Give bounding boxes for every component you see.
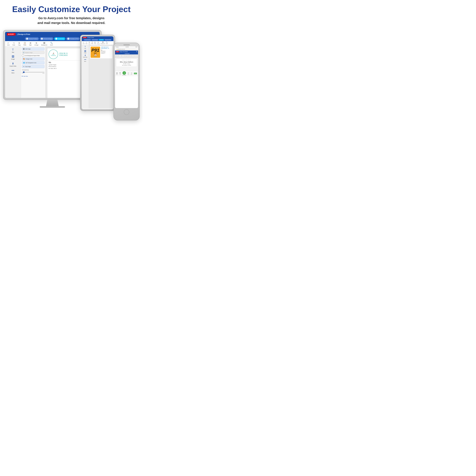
more-dots-icon: •••	[12, 69, 14, 72]
crop-image-btn[interactable]: ✂ Crop Image	[22, 65, 44, 68]
tablet-undo[interactable]: ↩ Undo	[83, 42, 85, 44]
toolbar-background[interactable]: 🖼 Background	[41, 42, 47, 46]
phone-tool-fit[interactable]: Fit	[116, 55, 118, 57]
phone-addr1: 901 Miller Crossing	[117, 63, 136, 64]
lock-bg-checkbox[interactable]	[22, 55, 24, 57]
tablet-side-text[interactable]: T Text	[85, 46, 86, 49]
phone-url-bar[interactable]: 🔒 app.print.avery.com	[116, 48, 137, 50]
toolbar-align[interactable]: ⊞ Align	[29, 42, 32, 46]
tablet-side-more[interactable]: ••• More	[84, 59, 86, 62]
phone-tool-paste[interactable]: 📋	[128, 55, 131, 57]
phone-tool-full[interactable]: ⛶	[132, 55, 134, 57]
slider-min-label: 0%	[22, 73, 23, 74]
step-customize[interactable]: 3 Customize	[54, 37, 65, 40]
tablet-redo[interactable]: ↪ Redo	[85, 42, 87, 44]
change-color-btn[interactable]: 🎨 Change Color	[22, 57, 44, 60]
lock-icon: 🔒	[117, 49, 118, 50]
label-address1: 2314 W. G	[59, 52, 68, 54]
tablet-label-image: P91 EST 🏠	[91, 47, 100, 58]
phone-status-bar: Verizon 5:01 PM 54%	[115, 46, 138, 48]
phone-menu-icon[interactable]: ☰	[136, 51, 137, 52]
sheet-icon: ⊞	[116, 72, 118, 74]
step-preview-print[interactable]: 4 Preview & Print	[66, 37, 80, 40]
step-choose-product[interactable]: 1 Choose Product	[25, 37, 39, 40]
add-objects-icon[interactable]: +	[122, 71, 126, 75]
phone-canvas: KINDLY DELIVER TO Miss Anna Eddlsen 901 …	[115, 58, 138, 70]
image-icon: 🖼	[12, 55, 14, 58]
phone-kindly-label: KINDLY DELIVER TO	[117, 60, 136, 60]
tablet-content: T Text 🖼 Image ⬇ Import Data •••	[82, 45, 113, 108]
avery-logo: AVERY	[7, 33, 16, 35]
toolbar-arrange[interactable]: ⧉ Arrange	[34, 42, 38, 46]
tablet-zoom[interactable]: 🔍 Zoom	[106, 42, 108, 44]
phone-tool-undo[interactable]: ↩	[119, 55, 121, 57]
toolbar-paste[interactable]: 📋 Paste	[23, 42, 26, 46]
tablet-addr-line2: SAN RAFAEL, CA	[101, 48, 109, 49]
tablet-step-3[interactable]: Customize	[99, 39, 104, 40]
tablet-avery-logo: AVERY	[83, 37, 87, 38]
phone-avery-logo: AVERY	[116, 51, 119, 52]
phone-bottom-bar: ⊞ Sheet 👁 View + Add Objects ↩ Undo	[115, 70, 138, 76]
play-icon: ▶	[22, 76, 23, 77]
tablet-step-1[interactable]: Choose Product	[84, 39, 91, 40]
phone: Verizon 5:01 PM 54% 🔒 app.print.avery.co…	[113, 43, 140, 120]
phone-tool-copy[interactable]: ⧉	[125, 55, 128, 57]
phone-sheet-btn[interactable]: ⊞ Sheet	[116, 72, 118, 75]
toolbar-copy[interactable]: ⧉ Copy	[18, 42, 20, 46]
phone-recipient-name: Miss Anna Eddlsen	[117, 61, 136, 63]
iced-creamery-logo: 🍒 iced creamery	[49, 50, 58, 59]
phone-print-btn[interactable]: Print	[134, 73, 137, 74]
see-how-btn[interactable]: ▶ See How	[22, 76, 44, 77]
phone-undo-btn[interactable]: ↩ Undo	[128, 72, 129, 75]
monitor-options-panel: 🖼 Add Image 🔄 Replace Image Lock Backgro…	[21, 47, 46, 98]
phone-back-icon: ←	[123, 53, 124, 54]
tablet-nav: AVERY Design & Print	[82, 36, 113, 39]
tablet-step-2[interactable]: Choose Design	[91, 39, 98, 40]
toolbar-zoom[interactable]: 🔍 Zoom	[50, 42, 53, 46]
tablet-side-import[interactable]: ⬇ Import Data	[83, 54, 87, 58]
transparency-label: Transparency:	[22, 69, 44, 70]
add-image-btn[interactable]: 🖼 Add Image	[22, 48, 44, 51]
import-icon: ⬇	[12, 62, 14, 65]
toolbar-redo[interactable]: ↪ Redo	[13, 42, 15, 46]
phone-toolbar: Fit ↩ ↪ ⧉ 📋 ⛶	[115, 54, 138, 58]
replace-image-icon: 🔄	[23, 52, 24, 53]
tablet-side-image[interactable]: 🖼 Image	[84, 50, 86, 53]
left-panel-text[interactable]: T Text	[5, 48, 21, 54]
tablet-align[interactable]: ⊞ Align	[94, 42, 96, 44]
tablet-import-icon: ⬇	[85, 54, 86, 56]
tablet-background[interactable]: 🖼 Background	[101, 42, 105, 44]
step-choose-design[interactable]: 2 Choose Design	[40, 37, 53, 40]
tablet-recipient: Eric Greenw	[101, 51, 109, 52]
tablet-canvas: P91 EST 🏠 1787 SW 4TH ST SAN RAFAEL, CA …	[89, 45, 113, 108]
tablet-addr1: 1165 Skywa	[101, 52, 109, 53]
print-icon: Print	[134, 73, 137, 74]
phone-tool-redo[interactable]: ↪	[122, 55, 125, 57]
phone-home-button[interactable]	[124, 109, 129, 115]
replace-image-btn[interactable]: 🔄 Replace Image	[22, 51, 44, 54]
color-icon: 🎨	[23, 58, 25, 60]
transparency-slider-track[interactable]	[22, 72, 44, 72]
tablet-toolbar: ↩ Undo ↪ Redo ⧉ Copy 📋 Paste	[82, 41, 113, 45]
tablet-screen: AVERY Design & Print Choose Product Choo…	[82, 36, 113, 109]
tablet-arrange[interactable]: ⧉ Arrange	[97, 42, 100, 44]
phone-label-preview: KINDLY DELIVER TO Miss Anna Eddlsen 901 …	[116, 59, 137, 67]
phone-screen: Verizon 5:01 PM 54% 🔒 app.print.avery.co…	[115, 46, 138, 108]
crop-icon: ✂	[23, 66, 24, 68]
phone-add-btn[interactable]: + Add Objects	[122, 71, 126, 76]
tablet-step-4[interactable]: Preview & Print	[104, 39, 111, 40]
add-image-icon: 🖼	[23, 48, 25, 50]
toolbar-undo[interactable]: ↩ Undo	[7, 42, 10, 46]
phone-addr2: San Francisco, CA 94118	[117, 65, 136, 66]
phone-view-btn[interactable]: 👁 View	[119, 72, 121, 75]
tablet-text-icon: T	[85, 46, 86, 48]
set-transparent-btn[interactable]: 💠 Set Transparent Color	[22, 61, 44, 64]
tablet-copy[interactable]: ⧉ Copy	[88, 42, 90, 44]
tablet-more-icon: •••	[84, 59, 86, 61]
left-panel-import-data[interactable]: ⬇ Import Data	[5, 61, 21, 68]
tablet-addr2: Portland, O	[101, 53, 109, 54]
left-panel-more[interactable]: ••• More	[5, 68, 21, 75]
left-panel-image[interactable]: 🖼 Image	[5, 54, 21, 61]
tablet-paste[interactable]: 📋 Paste	[91, 42, 93, 44]
phone-redo-btn[interactable]: ↪ Redo	[131, 72, 132, 75]
